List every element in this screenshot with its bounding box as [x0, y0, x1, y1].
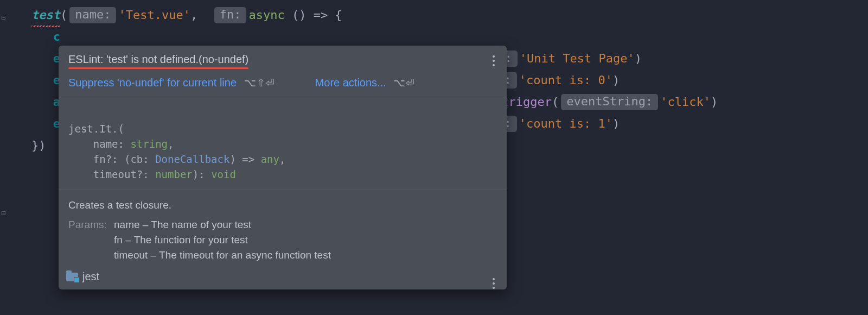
code-line: c — [16, 26, 868, 48]
shortcut-hint: ⌥⇧⏎ — [244, 77, 275, 89]
more-actions-link[interactable]: More actions... — [315, 77, 386, 89]
suppress-link[interactable]: Suppress 'no-undef' for current line — [68, 77, 237, 89]
code-fragment: }) — [31, 135, 46, 156]
doc-param: name – The name of your test — [114, 217, 497, 232]
function-name[interactable]: test — [31, 4, 60, 26]
kebab-menu-icon[interactable] — [488, 276, 499, 289]
string-literal: 'click' — [660, 91, 711, 113]
inlay-hint: name: — [69, 7, 116, 23]
keyword: async — [248, 4, 284, 26]
inlay-hint: fn: — [214, 7, 247, 23]
doc-summary: Creates a test closure. — [68, 198, 497, 213]
folder-icon — [66, 273, 78, 281]
shortcut-hint: ⌥⏎ — [393, 77, 415, 89]
kebab-menu-icon[interactable] — [488, 53, 499, 68]
string-literal: 'Unit Test Page' — [520, 48, 635, 70]
fold-marker-icon[interactable]: ⊟ — [1, 202, 5, 224]
annotation-underline — [68, 67, 248, 69]
tooltip-title-text: ESLint: 'test' is not defined.(no-undef) — [68, 53, 248, 65]
code-line: test ( name: 'Test.vue' , fn: async () =… — [16, 4, 868, 26]
tooltip-footer: jest — [59, 268, 507, 289]
inlay-hint: eventString: — [561, 94, 658, 110]
string-literal: 'Test.vue' — [118, 4, 190, 26]
error-tooltip: ESLint: 'test' is not defined.(no-undef)… — [59, 46, 507, 289]
params-label: Params: — [68, 217, 114, 232]
method-name: trigger — [501, 91, 552, 113]
string-literal: 'count is: 0' — [519, 70, 612, 91]
signature-block: jest.It.( name: string, fn?: (cb: DoneCa… — [59, 98, 507, 190]
code-fragment: c — [53, 26, 60, 48]
fold-marker-icon[interactable]: ⊟ — [1, 7, 5, 28]
doc-block: Creates a test closure. Params: name – T… — [59, 190, 507, 268]
tooltip-title: ESLint: 'test' is not defined.(no-undef) — [68, 53, 248, 66]
doc-param: fn – The function for your test — [114, 232, 497, 248]
tooltip-actions: Suppress 'no-undef' for current line ⌥⇧⏎… — [59, 69, 507, 98]
doc-param: timeout – The timeout for an async funct… — [114, 248, 497, 263]
package-label: jest — [82, 270, 99, 283]
string-literal: 'count is: 1' — [519, 113, 612, 135]
